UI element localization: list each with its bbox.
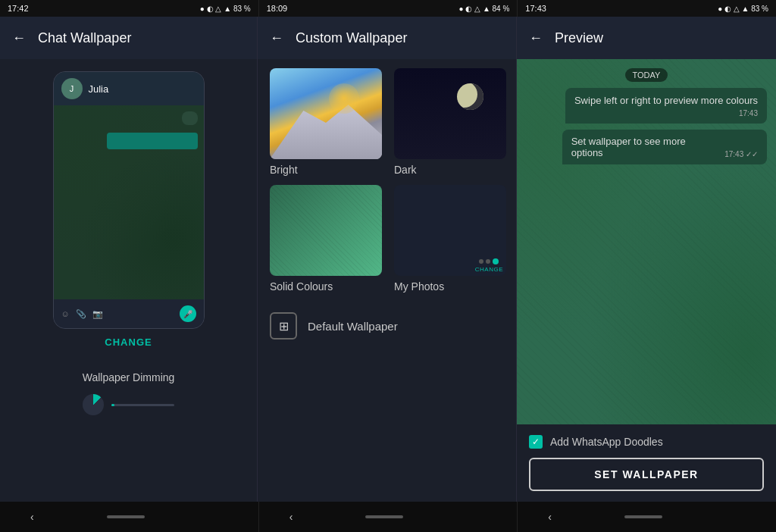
set-wallpaper-button[interactable]: SET WALLPAPER [529,458,764,491]
preview-panel: ← Preview TODAY Swipe left or right to p… [517,17,776,502]
default-wallpaper-option[interactable]: ⊞ Default Wallpaper [258,302,516,350]
mountain-decoration [270,99,382,159]
nav-pill-2 [365,515,403,518]
phone-mic-button[interactable]: 🎤 [180,305,196,322]
custom-wallpaper-panel: ← Custom Wallpaper Bright Dark [258,17,517,502]
wallpaper-solid-label: Solid Colours [270,280,382,293]
preview-message-1: Swipe left or right to preview more colo… [565,88,767,124]
slider-fill [111,404,114,406]
dimming-slider[interactable] [111,404,175,406]
emoji-icon: ☺ [61,309,70,318]
wallpaper-dark-thumb [394,68,506,159]
status-icons-1: ● ◐ △ ▲ 83 % [200,5,251,13]
dimming-section: Wallpaper Dimming [67,356,190,430]
nav-back-3[interactable]: ‹ [548,511,552,523]
panel2-back-button[interactable]: ← [270,30,283,46]
attach-icon: 📎 [76,309,86,319]
preview-chat-area: TODAY Swipe left or right to preview mor… [517,59,776,424]
photos-dots [479,258,499,264]
camera-icon: 📷 [92,309,103,319]
nav-back-2[interactable]: ‹ [289,511,293,523]
wallpaper-grid: Bright Dark Solid Colours [258,59,516,302]
nav-pill-3 [624,515,662,518]
status-icons-2: ● ◐ △ ▲ 84 % [459,5,510,13]
wallpaper-bright-thumb [270,68,382,159]
slider-thumb-icon [83,394,104,415]
nav-pill-1 [107,515,145,518]
panel3-back-button[interactable]: ← [529,30,543,46]
wallpaper-bright-label: Bright [270,164,382,176]
preview-msg-2-time: 17:43 ✓✓ [724,150,758,158]
wallpaper-bright[interactable]: Bright [270,68,382,176]
wallpaper-photos[interactable]: CHANGE My Photos [394,185,506,293]
add-doodles-row: ✓ Add WhatsApp Doodles [529,435,764,449]
phone-avatar: J [61,78,83,99]
wallpaper-photos-thumb: CHANGE [394,185,506,276]
phone-bottom-bar: ☺ 📎 📷 🎤 [54,299,204,328]
dot-2 [486,259,490,264]
photos-change-indicator: CHANGE [475,258,503,273]
change-button[interactable]: CHANGE [105,329,152,355]
dot-1 [479,259,483,264]
bottom-bar-2: ‹ [259,502,518,532]
nav-back-1[interactable]: ‹ [30,511,34,523]
wallpaper-dark[interactable]: Dark [394,68,506,176]
chat-wallpaper-panel: ← Chat Wallpaper J Julia ☺ 📎 📷 [0,17,258,502]
photos-change-text: CHANGE [475,266,503,273]
today-badge: TODAY [625,68,668,82]
preview-msg-1-time: 17:43 [574,109,758,117]
panel2-title: Custom Wallpaper [296,30,407,46]
panel1-header: ← Chat Wallpaper [0,17,257,59]
preview-msg-1-text: Swipe left or right to preview more colo… [574,94,758,108]
bottom-bar-3: ‹ [518,502,776,532]
wallpaper-solid[interactable]: Solid Colours [270,185,382,293]
preview-message-2: Set wallpaper to see more options 17:43 … [562,130,767,164]
time-2: 18:09 [267,4,288,13]
solid-texture-decoration [270,185,382,276]
wallpaper-photos-label: My Photos [394,280,506,293]
time-1: 17:42 [8,4,29,13]
phone-chat-area [54,105,204,299]
moon-decoration [457,83,483,110]
phone-green-bar [107,133,198,149]
phone-contact-name: Julia [89,83,109,95]
phone-header: J Julia [54,72,204,105]
default-wallpaper-icon: ⊞ [270,312,297,340]
phone-icons: ☺ 📎 📷 [61,309,103,319]
chat-preview-wrapper: J Julia ☺ 📎 📷 🎤 CHANGE [0,59,257,502]
panel1-back-button[interactable]: ← [12,30,26,46]
time-3: 17:43 [525,4,546,13]
status-icons-3: ● ◐ △ ▲ 83 % [718,5,768,13]
panel3-header: ← Preview [517,17,776,59]
default-wallpaper-label: Default Wallpaper [308,320,398,333]
wallpaper-dark-label: Dark [394,164,506,176]
panel1-title: Chat Wallpaper [38,30,131,46]
phone-msg-bubble [182,111,198,125]
chat-preview-phone: J Julia ☺ 📎 📷 🎤 [53,71,205,329]
dot-active [493,258,499,264]
preview-msg-2-text: Set wallpaper to see more options [571,136,715,158]
bottom-bar-1: ‹ [0,502,259,532]
sun-glow-decoration [329,83,359,114]
slider-container [83,394,175,415]
wallpaper-solid-thumb [270,185,382,276]
add-doodles-label: Add WhatsApp Doodles [550,436,663,448]
preview-controls: ✓ Add WhatsApp Doodles SET WALLPAPER [517,424,776,502]
dimming-label: Wallpaper Dimming [83,371,175,383]
panel3-title: Preview [555,30,603,46]
panel2-header: ← Custom Wallpaper [258,17,516,59]
add-doodles-checkbox[interactable]: ✓ [529,435,543,449]
